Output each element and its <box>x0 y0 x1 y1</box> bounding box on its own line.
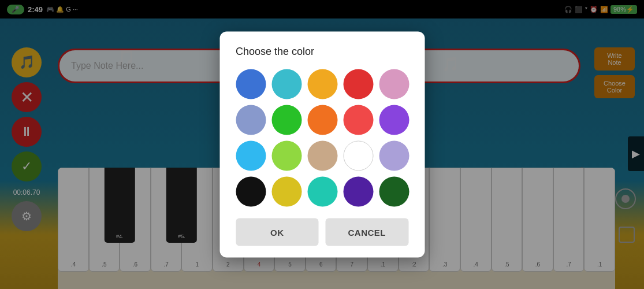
color-swatch-tan[interactable] <box>307 141 337 171</box>
color-swatch-gold[interactable] <box>271 177 301 207</box>
color-swatch-orange[interactable] <box>307 105 337 135</box>
color-grid <box>236 69 408 207</box>
color-swatch-lavender[interactable] <box>236 105 266 135</box>
color-swatch-black[interactable] <box>236 177 266 207</box>
color-swatch-violet[interactable] <box>379 141 409 171</box>
color-swatch-darkgreen[interactable] <box>379 177 409 207</box>
color-swatch-red[interactable] <box>343 69 373 99</box>
cancel-button[interactable]: CANCEL <box>326 218 409 246</box>
dialog-title: Choose the color <box>236 46 408 58</box>
color-swatch-blue[interactable] <box>236 69 266 99</box>
color-swatch-darkpurple[interactable] <box>343 177 373 207</box>
color-swatch-pink[interactable] <box>379 69 409 99</box>
color-swatch-teal[interactable] <box>271 69 301 99</box>
color-swatch-white[interactable] <box>343 141 373 171</box>
color-swatch-purple[interactable] <box>379 105 409 135</box>
dialog-actions: OK CANCEL <box>236 218 408 246</box>
color-picker-dialog: Choose the color OK CANCEL <box>219 32 425 258</box>
color-swatch-coral[interactable] <box>343 105 373 135</box>
color-swatch-cyan[interactable] <box>307 177 337 207</box>
color-swatch-yellow[interactable] <box>307 69 337 99</box>
color-swatch-green[interactable] <box>271 105 301 135</box>
ok-button[interactable]: OK <box>236 218 319 246</box>
color-swatch-sky[interactable] <box>236 141 266 171</box>
color-swatch-lime[interactable] <box>271 141 301 171</box>
